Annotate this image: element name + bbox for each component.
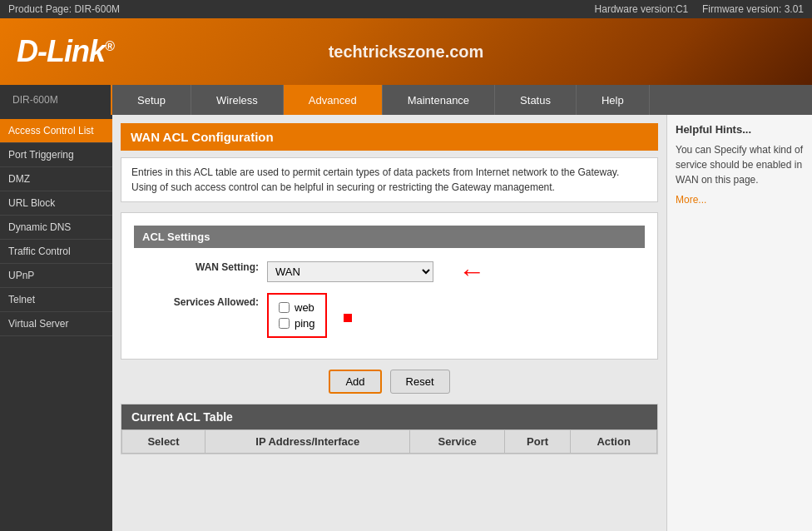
watermark: techtrickszone.com — [329, 42, 484, 62]
sidebar-item-upnp[interactable]: UPnP — [0, 264, 112, 288]
sidebar: Access Control List Port Triggering DMZ … — [0, 115, 112, 531]
button-row: Add Reset — [121, 370, 658, 394]
tab-maintenance[interactable]: Maintenance — [383, 85, 495, 115]
col-port: Port — [504, 430, 570, 454]
help-panel: Helpful Hints... You can Specify what ki… — [666, 115, 812, 531]
nav-tabs: DIR-600M Setup Wireless Advanced Mainten… — [0, 85, 812, 115]
ping-checkbox[interactable] — [279, 318, 290, 329]
tab-status[interactable]: Status — [495, 85, 577, 115]
firmware-version: Firmware version: 3.01 — [702, 3, 804, 15]
logo: D-Link® — [17, 34, 114, 69]
add-button[interactable]: Add — [329, 370, 381, 394]
acl-table: Select IP Address/Interface Service Port… — [121, 429, 657, 454]
tab-help[interactable]: Help — [577, 85, 650, 115]
version-info: Hardware version:C1 Firmware version: 3.… — [595, 3, 804, 15]
router-label: DIR-600M — [0, 85, 112, 115]
arrow-icon: ← — [458, 258, 485, 285]
tab-advanced[interactable]: Advanced — [284, 85, 383, 115]
col-service: Service — [410, 430, 505, 454]
wan-setting-row: WAN Setting: WAN ← — [134, 258, 645, 285]
services-box: web ping — [267, 293, 327, 338]
wan-select[interactable]: WAN — [267, 261, 433, 282]
table-header: Current ACL Table — [121, 404, 657, 429]
acl-table-section: Current ACL Table Select IP Address/Inte… — [121, 404, 658, 454]
web-label: web — [295, 301, 314, 314]
main-layout: Access Control List Port Triggering DMZ … — [0, 115, 812, 531]
logo-text: D-Link — [17, 34, 105, 68]
service-ping: ping — [279, 317, 315, 330]
sidebar-item-port-triggering[interactable]: Port Triggering — [0, 143, 112, 167]
help-text: You can Specify what kind of service sho… — [676, 142, 804, 187]
sidebar-item-telnet[interactable]: Telnet — [0, 288, 112, 312]
hardware-version: Hardware version:C1 — [595, 3, 689, 15]
tab-setup[interactable]: Setup — [112, 85, 191, 115]
col-ip: IP Address/Interface — [205, 430, 410, 454]
acl-settings-box: ACL Settings WAN Setting: WAN ← Services… — [121, 212, 658, 360]
col-select: Select — [122, 430, 205, 454]
registered-icon: ® — [105, 39, 114, 53]
product-label: Product Page: DIR-600M — [8, 3, 120, 15]
reset-button[interactable]: Reset — [390, 370, 450, 394]
red-indicator — [344, 314, 352, 322]
content-area: WAN ACL Configuration Entries in this AC… — [112, 115, 666, 531]
sidebar-item-dynamic-dns[interactable]: Dynamic DNS — [0, 216, 112, 240]
services-form-control: web ping — [267, 293, 352, 338]
services-label: Services Allowed: — [134, 293, 267, 308]
sidebar-item-traffic-control[interactable]: Traffic Control — [0, 240, 112, 264]
description-box: Entries in this ACL table are used to pe… — [121, 157, 658, 202]
ping-label: ping — [295, 317, 315, 330]
services-allowed-row: Services Allowed: web ping — [134, 293, 645, 338]
service-web: web — [279, 301, 315, 314]
wan-form-control: WAN ← — [267, 258, 485, 285]
tab-wireless[interactable]: Wireless — [191, 85, 284, 115]
sidebar-item-acl[interactable]: Access Control List — [0, 119, 112, 143]
wan-label: WAN Setting: — [134, 258, 267, 273]
col-action: Action — [571, 430, 657, 454]
web-checkbox[interactable] — [279, 302, 290, 313]
top-bar: Product Page: DIR-600M Hardware version:… — [0, 0, 812, 18]
table-header-row: Select IP Address/Interface Service Port… — [122, 430, 657, 454]
sidebar-item-url-block[interactable]: URL Block — [0, 191, 112, 216]
sidebar-item-dmz[interactable]: DMZ — [0, 167, 112, 191]
header: D-Link® techtrickszone.com — [0, 18, 812, 85]
section-header: WAN ACL Configuration — [121, 123, 658, 151]
more-link[interactable]: More... — [676, 194, 804, 206]
help-title: Helpful Hints... — [676, 123, 804, 136]
sidebar-item-virtual-server[interactable]: Virtual Server — [0, 312, 112, 336]
acl-settings-title: ACL Settings — [134, 226, 645, 248]
